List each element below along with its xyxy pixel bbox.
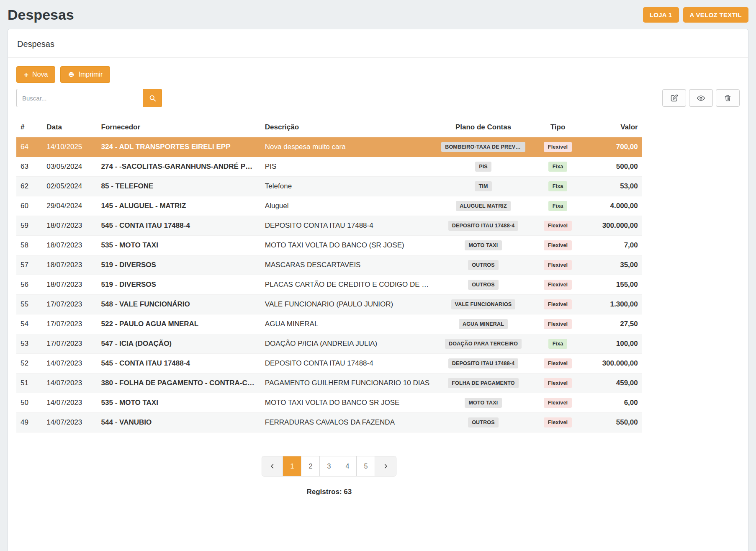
view-button[interactable] bbox=[689, 89, 713, 107]
table-row[interactable]: 54 17/07/2023 522 - PAULO AGUA MNERAL AG… bbox=[16, 314, 642, 334]
trash-icon bbox=[724, 94, 732, 102]
next-page-button[interactable] bbox=[375, 456, 396, 476]
row-id: 50 bbox=[16, 393, 42, 413]
row-supplier: 548 - VALE FUNCIONÁRIO bbox=[97, 295, 261, 314]
column-header-plan: Plano de Contas bbox=[437, 119, 530, 137]
row-description: AGUA MINERAL bbox=[261, 314, 437, 334]
edit-button[interactable] bbox=[662, 89, 686, 107]
type-badge: Fixa bbox=[548, 181, 568, 191]
table-body: 64 14/10/2025 324 - ADL TRANSPORTES EIRE… bbox=[16, 137, 642, 433]
row-date: 18/07/2023 bbox=[42, 275, 97, 295]
chevron-right-icon bbox=[383, 463, 389, 469]
store-button-loja-1[interactable]: LOJA 1 bbox=[643, 7, 679, 23]
row-id: 51 bbox=[16, 373, 42, 393]
row-id: 58 bbox=[16, 236, 42, 255]
account-plan-badge: DOAÇÃO PARA TERCEIRO bbox=[445, 339, 522, 349]
row-supplier: 324 - ADL TRANSPORTES EIRELI EPP bbox=[97, 137, 261, 157]
account-plan-badge: FOLHA DE PAGAMENTO bbox=[448, 378, 519, 388]
table-row[interactable]: 56 18/07/2023 519 - DIVERSOS PLACAS CART… bbox=[16, 275, 642, 295]
page-button-1[interactable]: 1 bbox=[283, 456, 301, 476]
row-date: 14/07/2023 bbox=[42, 354, 97, 373]
page-button-5[interactable]: 5 bbox=[357, 456, 375, 476]
row-date: 18/07/2023 bbox=[42, 216, 97, 236]
table-row[interactable]: 58 18/07/2023 535 - MOTO TAXI MOTO TAXI … bbox=[16, 236, 642, 255]
new-expense-button[interactable]: + Nova bbox=[16, 66, 55, 83]
row-supplier: 535 - MOTO TAXI bbox=[97, 236, 261, 255]
delete-button[interactable] bbox=[716, 89, 740, 107]
row-supplier: 519 - DIVERSOS bbox=[97, 275, 261, 295]
table-row[interactable]: 53 17/07/2023 547 - ICIA (DOAÇÃO) DOAÇÃO… bbox=[16, 334, 642, 354]
table-row[interactable]: 62 02/05/2024 85 - TELEFONE Telefone TIM… bbox=[16, 177, 642, 196]
row-description: MOTO TAXI VOLTA DO BANCO (SR JOSE) bbox=[261, 236, 437, 255]
row-description: Aluguel bbox=[261, 196, 437, 216]
row-value: 1.300,00 bbox=[586, 295, 642, 314]
type-badge: Flexível bbox=[544, 240, 572, 250]
table-row[interactable]: 60 29/04/2024 145 - ALUGUEL - MATRIZ Alu… bbox=[16, 196, 642, 216]
account-plan-badge: BOMBEIRO-TAXA DE PREVEN ... bbox=[441, 142, 525, 152]
chevron-left-icon bbox=[269, 463, 275, 469]
row-date: 14/07/2023 bbox=[42, 393, 97, 413]
type-badge: Flexível bbox=[544, 417, 572, 427]
table-row[interactable]: 64 14/10/2025 324 - ADL TRANSPORTES EIRE… bbox=[16, 137, 642, 157]
row-supplier: 547 - ICIA (DOAÇÃO) bbox=[97, 334, 261, 354]
store-button-a-veloz-textil[interactable]: A VELOZ TEXTIL bbox=[683, 7, 748, 23]
row-value: 550,00 bbox=[586, 413, 642, 433]
type-badge: Flexível bbox=[544, 260, 572, 270]
column-header-value: Valor bbox=[586, 119, 642, 137]
table-row[interactable]: 49 14/07/2023 544 - VANUBIO FERRADURAS C… bbox=[16, 413, 642, 433]
table-row[interactable]: 63 03/05/2024 274 - -SACOLITAS-GARANHUNS… bbox=[16, 157, 642, 177]
table-row[interactable]: 50 14/07/2023 535 - MOTO TAXI MOTO TAXI … bbox=[16, 393, 642, 413]
print-button[interactable]: Imprimir bbox=[60, 66, 110, 83]
row-description: Telefone bbox=[261, 177, 437, 196]
account-plan-badge: MOTO TAXI bbox=[465, 240, 501, 250]
store-buttons: LOJA 1 A VELOZ TEXTIL bbox=[643, 7, 748, 23]
row-description: FERRADURAS CAVALOS DA FAZENDA bbox=[261, 413, 437, 433]
search-button[interactable] bbox=[143, 89, 162, 107]
row-date: 18/07/2023 bbox=[42, 255, 97, 275]
row-supplier: 545 - CONTA ITAU 17488-4 bbox=[97, 354, 261, 373]
new-expense-label: Nova bbox=[32, 71, 48, 78]
row-date: 18/07/2023 bbox=[42, 236, 97, 255]
account-plan-badge: OUTROS bbox=[468, 417, 499, 427]
page-button-2[interactable]: 2 bbox=[301, 456, 320, 476]
row-description: MOTO TAXI VOLTA DO BANCO SR JOSE bbox=[261, 393, 437, 413]
search-input[interactable] bbox=[16, 89, 143, 107]
page-header: Despesas LOJA 1 A VELOZ TEXTIL bbox=[8, 4, 748, 29]
print-label: Imprimir bbox=[78, 71, 103, 78]
row-description: PIS bbox=[261, 157, 437, 177]
page-button-4[interactable]: 4 bbox=[338, 456, 357, 476]
row-value: 53,00 bbox=[586, 177, 642, 196]
table-row[interactable]: 57 18/07/2023 519 - DIVERSOS MASCARAS DE… bbox=[16, 255, 642, 275]
type-badge: Flexível bbox=[544, 319, 572, 329]
row-action-buttons bbox=[662, 89, 740, 107]
expenses-card: Despesas + Nova Imprimir bbox=[8, 29, 748, 551]
type-badge: Fixa bbox=[548, 162, 568, 172]
type-badge: Flexível bbox=[544, 378, 572, 388]
row-description: Nova despesa muito cara bbox=[261, 137, 437, 157]
expenses-table: # Data Fornecedor Descrição Plano de Con… bbox=[16, 119, 642, 433]
page-button-3[interactable]: 3 bbox=[320, 456, 338, 476]
row-date: 17/07/2023 bbox=[42, 314, 97, 334]
table-area: # Data Fornecedor Descrição Plano de Con… bbox=[16, 119, 642, 496]
prev-page-button[interactable] bbox=[262, 456, 283, 476]
type-badge: Flexível bbox=[544, 398, 572, 408]
table-row[interactable]: 59 18/07/2023 545 - CONTA ITAU 17488-4 D… bbox=[16, 216, 642, 236]
column-header-type: Tipo bbox=[530, 119, 586, 137]
column-header-description: Descrição bbox=[261, 119, 437, 137]
row-id: 49 bbox=[16, 413, 42, 433]
row-date: 17/07/2023 bbox=[42, 334, 97, 354]
account-plan-badge: DEPOSITO ITAU 17488-4 bbox=[448, 358, 519, 368]
row-id: 63 bbox=[16, 157, 42, 177]
row-id: 54 bbox=[16, 314, 42, 334]
column-header-date: Data bbox=[42, 119, 97, 137]
row-id: 60 bbox=[16, 196, 42, 216]
account-plan-badge: PIS bbox=[475, 162, 491, 172]
account-plan-badge: TIM bbox=[475, 181, 491, 191]
table-row[interactable]: 55 17/07/2023 548 - VALE FUNCIONÁRIO VAL… bbox=[16, 295, 642, 314]
row-id: 62 bbox=[16, 177, 42, 196]
row-id: 57 bbox=[16, 255, 42, 275]
table-row[interactable]: 52 14/07/2023 545 - CONTA ITAU 17488-4 D… bbox=[16, 354, 642, 373]
type-badge: Flexível bbox=[544, 299, 572, 309]
table-row[interactable]: 51 14/07/2023 380 - FOLHA DE PAGAMENTO -… bbox=[16, 373, 642, 393]
row-supplier: 380 - FOLHA DE PAGAMENTO - CONTRA-CH… bbox=[97, 373, 261, 393]
